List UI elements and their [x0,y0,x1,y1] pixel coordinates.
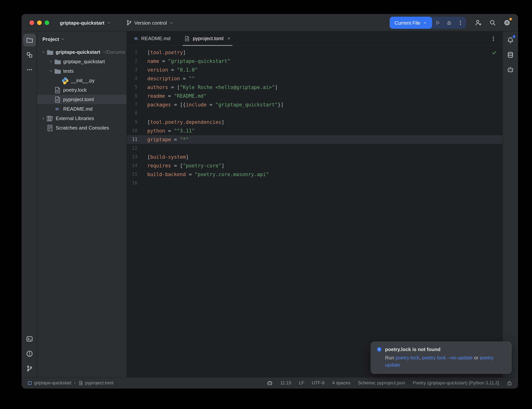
titlebar-actions [472,17,513,29]
tool-stripe-notifications-button[interactable] [504,34,517,46]
code-line-4[interactable]: 4description = "" [127,74,503,83]
tree-item-griptape-quickstart[interactable]: griptape_quickstart [37,57,127,66]
chevron-right-icon[interactable] [48,59,54,64]
notification-body: Run poetry lock, poetry lock --no-update… [376,354,505,369]
tool-stripe-structure-button[interactable] [23,48,36,61]
line-text: [tool.poetry.dependencies] [144,118,224,127]
code-line-9[interactable]: 9[tool.poetry.dependencies] [127,118,503,127]
tree-item-poetry-lock[interactable]: poetry.lock [37,85,127,95]
chevron-down-icon[interactable] [48,69,54,73]
chevron-right-icon[interactable] [40,116,46,121]
search-everywhere-button[interactable] [486,17,499,29]
line-text: packages = [{include = "griptape_quickst… [144,100,284,109]
problems-icon [26,350,33,357]
code-line-12[interactable]: 12 [127,144,503,153]
project-panel-header[interactable]: Project [37,31,127,46]
code-line-5[interactable]: 5authors = ["Kyle Roche <hello@griptape.… [127,83,503,92]
minimize-window-button[interactable] [37,20,42,25]
caret-position[interactable]: 11:15 [280,380,291,386]
notification-text: or [473,355,480,361]
line-number: 6 [127,92,144,100]
line-text [144,179,147,187]
line-number: 9 [127,118,144,127]
line-number: 3 [127,65,144,74]
left-tool-stripe [22,31,37,377]
code-line-1[interactable]: 1[tool.poetry] [127,48,503,57]
tool-stripe-ai-assistant-button[interactable] [504,63,517,76]
tool-stripe-project-button[interactable] [23,34,36,46]
notification-link-poetry-lock-no-update[interactable]: poetry lock --no-update [422,355,473,361]
code-line-16[interactable]: 16 [127,179,503,187]
line-text: authors = ["Kyle Roche <hello@griptape.a… [144,83,278,92]
json-schema[interactable]: Schema: pyproject.json [358,380,405,386]
code-line-6[interactable]: 6readme = "README.md" [127,92,503,100]
project-selector[interactable]: griptape-quickstart [57,18,113,27]
code-line-3[interactable]: 3version = "0.1.0" [127,65,503,74]
info-icon [376,346,382,352]
tab-pyproject-toml[interactable]: pyproject.toml [180,31,236,46]
tool-stripe-terminal-button[interactable] [23,333,36,345]
code-line-11[interactable]: 11griptape = "*" [127,135,503,144]
run-configuration-selector[interactable]: Current File [390,17,432,29]
code-with-me-button[interactable] [472,17,484,29]
folder-icon [54,67,61,75]
tree-item-griptape-quickstart[interactable]: griptape-quickstart~/Docume [37,47,127,57]
run-more-actions-button[interactable] [455,17,466,29]
tab-readme-md[interactable]: M↓README.md [130,31,175,46]
notification-link-poetry-lock[interactable]: poetry lock [395,355,419,361]
line-separator[interactable]: LF [299,380,304,386]
close-window-button[interactable] [29,20,34,25]
line-number: 4 [127,74,144,83]
debug-button[interactable] [443,17,455,29]
tool-stripe-version-control-button[interactable] [23,362,36,375]
settings-button[interactable] [501,17,513,29]
chevron-down-icon[interactable] [40,50,46,54]
code-line-8[interactable]: 8 [127,109,503,118]
python-interpreter[interactable]: Poetry (griptape-quickstart) [Python 3.1… [413,380,499,386]
zoom-window-button[interactable] [45,20,49,25]
file-encoding-label: UTF-8 [312,380,325,386]
tree-item-label: External Libraries [56,115,94,121]
tree-item-scratches-and-consoles[interactable]: Scratches and Consoles [37,123,127,132]
ai-status-widget[interactable] [267,380,273,386]
vcs-selector[interactable]: Version control [124,18,176,27]
notification-badge [513,35,515,38]
tree-item-init-py[interactable]: __init__.py [37,76,127,85]
tab-label: pyproject.toml [193,36,224,41]
code-line-10[interactable]: 10python = "^3.11" [127,127,503,135]
markdown-icon: M↓ [54,107,61,111]
bug-icon [446,20,452,26]
write-access[interactable] [507,380,512,386]
editor-column: M↓README.mdpyproject.toml 1[tool.poetry]… [127,31,503,377]
code-editor[interactable]: 1[tool.poetry]2name = "griptape-quicksta… [127,46,503,377]
chevron-down-icon [61,37,65,41]
line-number: 2 [127,57,144,65]
run-button[interactable] [432,17,443,29]
tree-item-label: griptape_quickstart [63,59,105,64]
breadcrumb-file[interactable]: pyproject.toml [78,380,113,386]
close-tab-icon[interactable] [227,36,231,40]
folder-icon [54,58,61,65]
line-text: [tool.poetry] [144,48,186,57]
indent-style[interactable]: 4 spaces [332,380,350,386]
notification-balloon: poetry.lock is not found Run poetry lock… [371,342,512,374]
kebab-menu-icon [457,20,463,26]
tab-options-button[interactable] [489,34,498,43]
code-line-7[interactable]: 7packages = [{include = "griptape_quicks… [127,100,503,109]
tree-item-tests[interactable]: tests [37,66,127,76]
tool-stripe-more-tool-windows-button[interactable] [23,63,36,76]
tree-item-pyproject-toml[interactable]: pyproject.toml [37,95,127,104]
file-encoding[interactable]: UTF-8 [312,380,325,386]
tree-item-readme-md[interactable]: M↓README.md [37,104,127,114]
breadcrumb-project[interactable]: griptape-quickstart [27,380,71,386]
code-line-13[interactable]: 13[build-system] [127,153,503,161]
code-line-15[interactable]: 15build-backend = "poetry.core.masonry.a… [127,170,503,179]
code-line-2[interactable]: 2name = "griptape-quickstart" [127,57,503,65]
tree-item-external-libraries[interactable]: External Libraries [37,114,127,123]
tool-stripe-problems-button[interactable] [23,347,36,360]
tool-stripe-database-button[interactable] [504,48,517,61]
code-line-14[interactable]: 14requires = ["poetry-core"] [127,161,503,170]
line-text [144,109,147,118]
database-icon [507,52,514,58]
inspections-ok-check-icon[interactable] [491,50,497,56]
